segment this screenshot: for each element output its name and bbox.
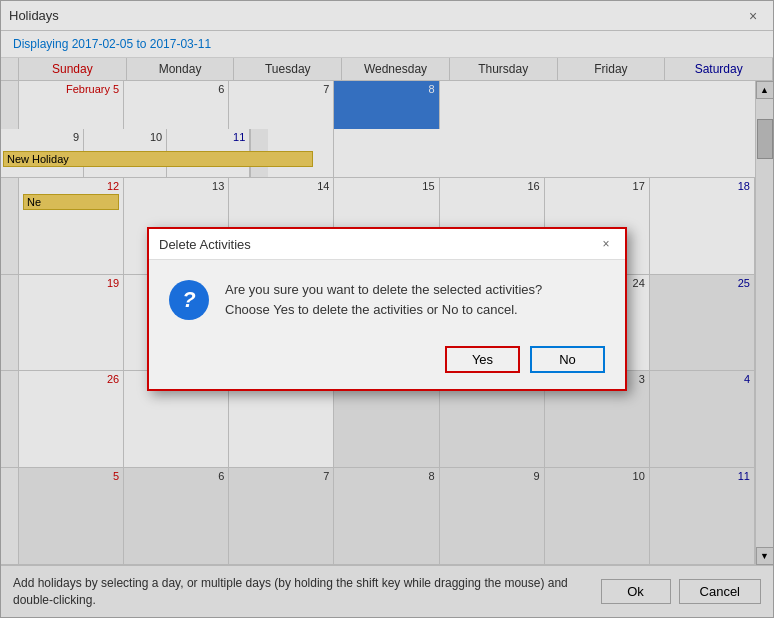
delete-activities-dialog: Delete Activities × ? Are you sure you w… xyxy=(147,227,627,391)
dialog-message-line2: Choose Yes to delete the activities or N… xyxy=(225,300,542,320)
question-mark-icon: ? xyxy=(169,280,209,320)
main-window: Holidays × Displaying 2017-02-05 to 2017… xyxy=(0,0,774,618)
dialog-close-button[interactable]: × xyxy=(597,235,615,253)
dialog-no-button[interactable]: No xyxy=(530,346,605,373)
dialog-question-icon: ? xyxy=(169,280,209,320)
dialog-title: Delete Activities xyxy=(159,237,251,252)
dialog-message-line1: Are you sure you want to delete the sele… xyxy=(225,280,542,300)
dialog-yes-button[interactable]: Yes xyxy=(445,346,520,373)
dialog-body: ? Are you sure you want to delete the se… xyxy=(149,260,625,336)
dialog-title-bar: Delete Activities × xyxy=(149,229,625,260)
dialog-footer: Yes No xyxy=(149,336,625,389)
dialog-overlay: Delete Activities × ? Are you sure you w… xyxy=(1,1,773,617)
dialog-message: Are you sure you want to delete the sele… xyxy=(225,280,542,319)
